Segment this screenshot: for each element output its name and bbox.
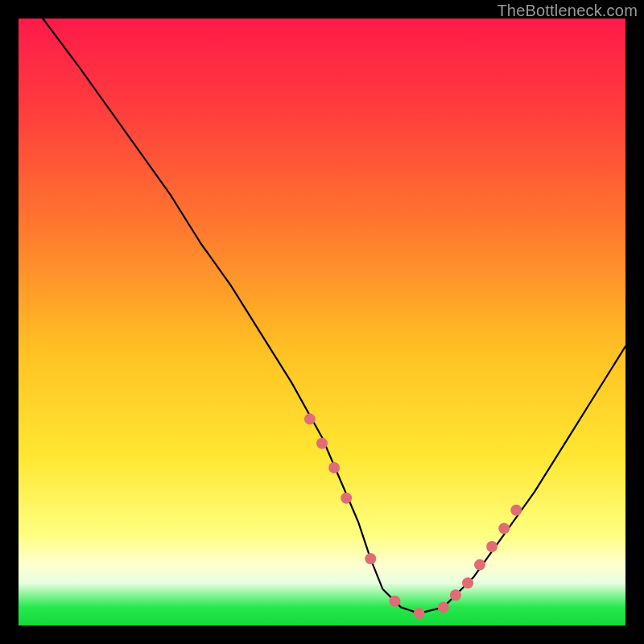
highlight-point	[510, 505, 522, 516]
highlight-point	[390, 596, 401, 607]
highlight-point	[474, 559, 485, 571]
highlight-point	[498, 522, 510, 534]
chart-svg	[19, 19, 625, 625]
highlight-markers	[304, 414, 522, 619]
highlight-point	[365, 553, 376, 564]
chart-stage: TheBottleneck.com	[0, 0, 644, 644]
bottleneck-curve	[43, 19, 625, 613]
highlight-point	[304, 414, 316, 425]
highlight-point	[450, 589, 461, 601]
watermark-text: TheBottleneck.com	[497, 2, 638, 20]
highlight-point	[414, 608, 425, 619]
plot-area	[19, 19, 625, 625]
highlight-point	[486, 541, 497, 552]
highlight-point	[462, 577, 473, 588]
highlight-point	[316, 438, 328, 449]
highlight-point	[438, 601, 449, 613]
highlight-point	[341, 493, 352, 504]
highlight-point	[328, 462, 340, 473]
